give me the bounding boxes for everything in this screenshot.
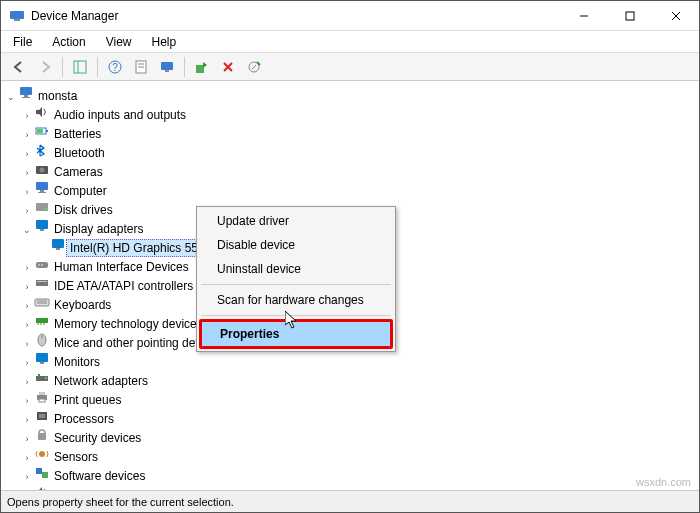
expander-icon[interactable]: ›: [20, 130, 34, 140]
tree-category[interactable]: ›Security devices: [4, 428, 696, 447]
tree-category-label[interactable]: Processors: [50, 410, 118, 428]
device-category-icon: [34, 162, 50, 176]
ctx-properties[interactable]: Properties: [199, 319, 393, 349]
tree-category[interactable]: ›Bluetooth: [4, 143, 696, 162]
tree-category-label[interactable]: Network adapters: [50, 372, 152, 390]
titlebar: Device Manager: [1, 1, 699, 31]
svg-rect-56: [39, 392, 45, 395]
svg-rect-0: [10, 11, 24, 19]
tree-category[interactable]: ›Computer: [4, 181, 696, 200]
tree-category-label[interactable]: Computer: [50, 182, 111, 200]
toolbar-separator: [62, 57, 63, 77]
expander-icon[interactable]: ›: [20, 339, 34, 349]
tree-category[interactable]: ›Audio inputs and outputs: [4, 105, 696, 124]
tree-category-label[interactable]: Security devices: [50, 429, 145, 447]
menu-file[interactable]: File: [5, 33, 40, 51]
tree-device-label[interactable]: Intel(R) HD Graphics 5500: [66, 239, 215, 257]
expander-icon[interactable]: ›: [20, 187, 34, 197]
tree-category-label[interactable]: Keyboards: [50, 296, 115, 314]
svg-rect-1: [14, 19, 20, 21]
tree-category-label[interactable]: Sensors: [50, 448, 102, 466]
tree-category[interactable]: ›Sensors: [4, 447, 696, 466]
uninstall-button[interactable]: [216, 55, 240, 79]
menu-help[interactable]: Help: [144, 33, 185, 51]
device-category-icon: [34, 181, 50, 195]
expander-icon[interactable]: ›: [20, 434, 34, 444]
minimize-button[interactable]: [561, 1, 607, 31]
tree-category[interactable]: ›Print queues: [4, 390, 696, 409]
expander-icon[interactable]: ›: [20, 168, 34, 178]
scan-button[interactable]: [155, 55, 179, 79]
device-category-icon: [34, 276, 50, 290]
device-category-icon: [34, 333, 50, 347]
tree-category-label[interactable]: Batteries: [50, 125, 105, 143]
tree-category[interactable]: ›Network adapters: [4, 371, 696, 390]
svg-rect-34: [52, 239, 64, 248]
tree-category-label[interactable]: Disk drives: [50, 201, 117, 219]
expander-icon[interactable]: ⌄: [4, 92, 18, 102]
menu-action[interactable]: Action: [44, 33, 93, 51]
menu-view[interactable]: View: [98, 33, 140, 51]
tree-category[interactable]: ›Batteries: [4, 124, 696, 143]
svg-rect-24: [37, 129, 43, 133]
tree-category-label[interactable]: Cameras: [50, 163, 107, 181]
expander-icon[interactable]: ›: [20, 206, 34, 216]
tree-category-label[interactable]: Monitors: [50, 353, 104, 371]
svg-rect-44: [36, 318, 48, 323]
tree-root-label[interactable]: monsta: [34, 87, 81, 105]
tree-category[interactable]: ›Processors: [4, 409, 696, 428]
svg-rect-13: [161, 62, 173, 70]
svg-rect-14: [165, 70, 169, 72]
tree-category-label[interactable]: Display adapters: [50, 220, 147, 238]
maximize-button[interactable]: [607, 1, 653, 31]
expander-icon[interactable]: ›: [20, 358, 34, 368]
tree-category-label[interactable]: Audio inputs and outputs: [50, 106, 190, 124]
update-driver-button[interactable]: [190, 55, 214, 79]
disable-button[interactable]: [242, 55, 266, 79]
expander-icon[interactable]: ›: [20, 472, 34, 482]
tree-category-label[interactable]: Software devices: [50, 467, 149, 485]
expander-icon[interactable]: ›: [20, 282, 34, 292]
back-button[interactable]: [7, 55, 31, 79]
tree-category-label[interactable]: Memory technology devices: [50, 315, 207, 333]
device-category-icon: [34, 428, 50, 442]
expander-icon[interactable]: ›: [20, 111, 34, 121]
device-category-icon: [34, 447, 50, 461]
expander-icon[interactable]: ›: [20, 377, 34, 387]
svg-rect-63: [42, 472, 48, 478]
tree-category-label[interactable]: Bluetooth: [50, 144, 109, 162]
tree-category[interactable]: ›Cameras: [4, 162, 696, 181]
tree-root[interactable]: ⌄monsta: [4, 86, 696, 105]
help-button[interactable]: ?: [103, 55, 127, 79]
svg-point-54: [45, 377, 47, 379]
ctx-scan-hardware[interactable]: Scan for hardware changes: [199, 288, 393, 312]
ctx-update-driver[interactable]: Update driver: [199, 209, 393, 233]
device-category-icon: [34, 105, 50, 119]
svg-rect-20: [24, 95, 28, 97]
expander-icon[interactable]: ›: [20, 263, 34, 273]
svg-rect-3: [626, 12, 634, 20]
properties-button[interactable]: [129, 55, 153, 79]
svg-rect-27: [36, 182, 48, 190]
ctx-uninstall-device[interactable]: Uninstall device: [199, 257, 393, 281]
tree-category-label[interactable]: Human Interface Devices: [50, 258, 193, 276]
statusbar: Opens property sheet for the current sel…: [1, 490, 699, 512]
expander-icon[interactable]: ›: [20, 396, 34, 406]
tree-category[interactable]: ›Monitors: [4, 352, 696, 371]
back-arrow-icon: [12, 60, 26, 74]
show-hide-button[interactable]: [68, 55, 92, 79]
tree-category-label[interactable]: Print queues: [50, 391, 125, 409]
tree-category[interactable]: ›Software devices: [4, 466, 696, 485]
expander-icon[interactable]: ›: [20, 415, 34, 425]
tree-category-label[interactable]: IDE ATA/ATAPI controllers: [50, 277, 197, 295]
expander-icon[interactable]: ›: [20, 149, 34, 159]
expander-icon[interactable]: ›: [20, 301, 34, 311]
forward-button[interactable]: [33, 55, 57, 79]
expander-icon[interactable]: ›: [20, 320, 34, 330]
expander-icon[interactable]: ⌄: [20, 225, 34, 235]
close-button[interactable]: [653, 1, 699, 31]
expander-icon[interactable]: ›: [20, 453, 34, 463]
tree-category-label[interactable]: Mice and other pointing devi: [50, 334, 208, 352]
svg-rect-45: [37, 323, 39, 325]
ctx-disable-device[interactable]: Disable device: [199, 233, 393, 257]
